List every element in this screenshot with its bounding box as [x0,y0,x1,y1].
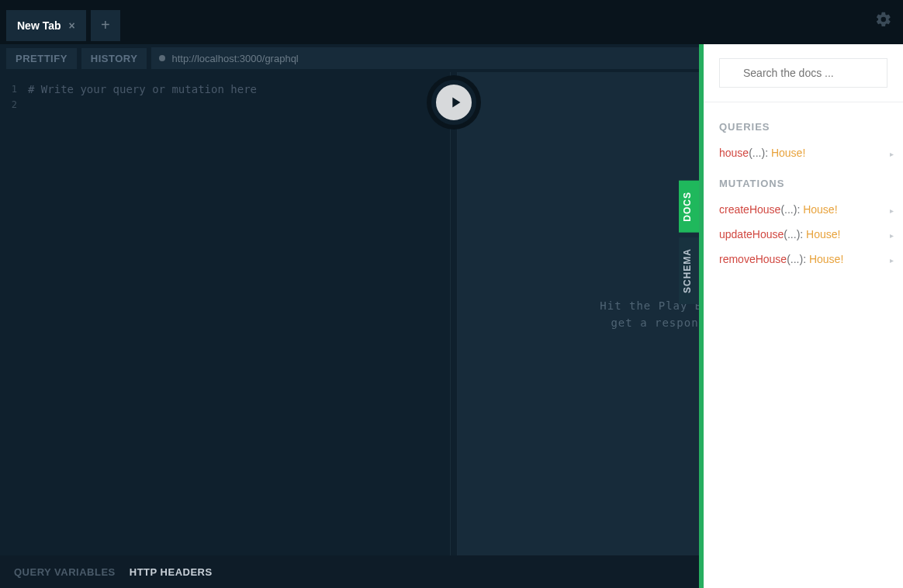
docs-item-removehouse[interactable]: removeHouse(...): House! ▸ [704,247,903,272]
status-dot-icon [159,55,165,61]
field-args: (...): [749,147,771,159]
play-icon [447,94,464,111]
field-name: updateHouse [719,228,784,240]
docs-item-createhouse[interactable]: createHouse(...): House! ▸ [704,197,903,222]
line-number: 2 [0,97,17,112]
docs-item-house[interactable]: house(...): House! ▸ [704,140,903,165]
chevron-right-icon: ▸ [890,256,894,265]
chevron-right-icon: ▸ [890,231,894,240]
field-name: house [719,147,749,159]
plus-icon: + [101,16,110,34]
field-type: House! [806,228,840,240]
http-headers-tab[interactable]: HTTP HEADERS [130,566,213,578]
line-number: 1 [0,81,17,97]
chevron-right-icon: ▸ [890,150,894,158]
side-tabs: DOCS SCHEMA [679,181,699,304]
field-type: House! [809,253,843,265]
field-args: (...): [780,203,803,216]
field-name: createHouse [719,203,780,216]
history-button[interactable]: HISTORY [81,48,147,69]
field-type: House! [771,147,805,159]
docs-search-input[interactable] [719,58,887,88]
line-gutter: 1 2 [0,81,23,112]
settings-button[interactable] [875,11,892,31]
queries-heading: QUERIES [704,116,903,140]
query-variables-tab[interactable]: QUERY VARIABLES [14,566,116,578]
field-type: House! [803,203,837,216]
tab-bar: New Tab × + [0,0,903,44]
docs-search-wrap [704,44,903,102]
pane-divider[interactable] [450,72,458,555]
execute-button[interactable] [431,80,476,125]
field-args: (...): [787,253,809,265]
tab-new[interactable]: New Tab × [6,10,86,41]
workspace: PRETTIFY HISTORY http://localhost:3000/g… [0,44,903,588]
prettify-button[interactable]: PRETTIFY [6,48,77,69]
add-tab-button[interactable]: + [91,10,120,41]
docs-panel: QUERIES house(...): House! ▸ MUTATIONS c… [699,44,903,588]
mutations-heading: MUTATIONS [704,173,903,197]
query-editor[interactable]: 1 2 # Write your query or mutation here [0,72,450,555]
chevron-right-icon: ▸ [890,206,894,215]
field-name: removeHouse [719,253,787,265]
docs-body: QUERIES house(...): House! ▸ MUTATIONS c… [704,102,903,588]
schema-tab[interactable]: SCHEMA [679,237,699,304]
gear-icon [875,11,892,28]
editor-content: # Write your query or mutation here [28,81,450,97]
docs-item-updatehouse[interactable]: updateHouse(...): House! ▸ [704,222,903,247]
docs-tab[interactable]: DOCS [679,181,699,233]
field-args: (...): [784,228,806,240]
endpoint-url: http://localhost:3000/graphql [171,53,298,64]
close-icon[interactable]: × [69,19,75,32]
tab-label: New Tab [17,19,61,32]
app-root: New Tab × + PRETTIFY HISTORY http://loca… [0,0,903,588]
